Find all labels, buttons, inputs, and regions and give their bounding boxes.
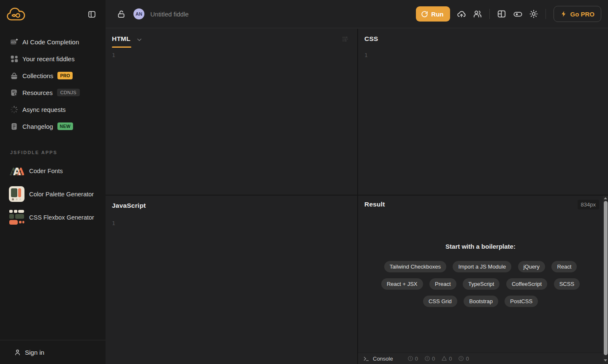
avatar[interactable]: AN	[133, 8, 144, 19]
svg-text:</>: </>	[11, 41, 16, 44]
sign-in-button[interactable]: Sign in	[0, 340, 106, 364]
boilerplate-row: React + JSX Preact TypeScript CoffeeScri…	[358, 278, 603, 290]
css-panel[interactable]: CSS 1	[358, 29, 608, 195]
result-panel: Result 834px Start with a boilerplate: T…	[358, 196, 608, 364]
console-label: Console	[373, 356, 393, 362]
editor-settings-toggle-button[interactable]	[510, 6, 526, 22]
boilerplate-postcss[interactable]: PostCSS	[505, 296, 538, 307]
boilerplate-bootstrap[interactable]: Bootstrap	[464, 296, 498, 307]
nav-item-label: Your recent fiddles	[22, 55, 75, 62]
go-pro-button[interactable]: Go PRO	[554, 6, 601, 22]
run-button[interactable]: Run	[416, 6, 450, 22]
dashboard-grid-icon	[10, 55, 18, 63]
panel-settings-sliders-icon[interactable]	[342, 35, 349, 43]
app-item-coder-fonts[interactable]: A A A Coder Fonts	[0, 159, 106, 182]
save-fiddle-button[interactable]	[453, 6, 470, 22]
svg-text:A: A	[16, 166, 24, 177]
jsfiddle-logo-icon[interactable]	[6, 6, 26, 23]
javascript-panel[interactable]: JavaScript 1	[106, 196, 357, 364]
app-item-label: Coder Fonts	[29, 168, 63, 174]
cloud-upload-icon	[457, 9, 466, 19]
go-pro-label: Go PRO	[570, 11, 594, 18]
boilerplate-css-grid[interactable]: CSS Grid	[423, 296, 457, 307]
person-icon	[14, 349, 21, 356]
boilerplate-row: Tailwind Checkboxes Import a JS Module j…	[358, 261, 603, 272]
boilerplate-block: Start with a boilerplate: Tailwind Check…	[358, 243, 603, 313]
boilerplate-scss[interactable]: SCSS	[554, 278, 580, 290]
unlock-icon	[117, 10, 126, 19]
run-refresh-icon	[421, 11, 428, 18]
console-counters: 0 0 0 0	[407, 356, 469, 362]
resources-icon	[10, 89, 18, 97]
boilerplate-react-jsx[interactable]: React + JSX	[381, 278, 423, 290]
nav-item-label: Resources	[22, 89, 53, 96]
info-count: 0	[432, 356, 435, 362]
scrollbar-up-arrow-icon[interactable]	[604, 197, 607, 199]
error-count: 0	[415, 356, 418, 362]
console-warning-counter[interactable]: 0	[441, 356, 452, 362]
boilerplate-tailwind-checkboxes[interactable]: Tailwind Checkboxes	[384, 261, 446, 272]
html-line-number: 1	[112, 52, 115, 58]
color-palette-icon	[9, 186, 24, 202]
layout-switcher-button[interactable]	[494, 6, 510, 22]
active-tab-indicator	[112, 46, 131, 48]
run-label: Run	[431, 11, 443, 18]
toggle-switch-icon	[513, 9, 523, 19]
sidebar-item-collections[interactable]: Collections PRO	[0, 67, 106, 84]
info-circle-icon	[424, 356, 430, 361]
boilerplate-typescript[interactable]: TypeScript	[463, 278, 499, 290]
sidebar-item-resources[interactable]: Resources CDNJS	[0, 84, 106, 101]
toolbar-divider	[489, 9, 490, 19]
collaborate-button[interactable]	[470, 6, 486, 22]
nav-item-label: Collections	[22, 72, 53, 79]
sidebar-item-ai-code-completion[interactable]: </> AI Code Completion	[0, 33, 106, 50]
ai-code-icon: </>	[10, 38, 18, 46]
console-bar[interactable]: Console 0 0 0	[358, 353, 603, 364]
nav-item-label: Async requests	[22, 106, 66, 113]
result-panel-title: Result	[364, 201, 385, 208]
toolbar-divider	[546, 9, 546, 19]
sidebar-item-async-requests[interactable]: Async requests	[0, 101, 106, 118]
result-scrollbar[interactable]	[603, 196, 608, 364]
sidebar-toggle-button[interactable]	[85, 8, 98, 21]
panel-left-icon	[87, 10, 96, 19]
console-info-counter[interactable]: 0	[424, 356, 435, 362]
privacy-lock-button[interactable]	[113, 6, 129, 22]
terminal-prompt-icon	[363, 356, 369, 362]
boilerplate-coffeescript[interactable]: CoffeeScript	[506, 278, 547, 290]
nav-item-label: AI Code Completion	[22, 38, 79, 46]
boilerplate-import-js-module[interactable]: Import a JS Module	[453, 261, 511, 272]
theme-button[interactable]	[526, 6, 542, 22]
sidebar-item-changelog[interactable]: Changelog NEW	[0, 118, 106, 135]
html-panel[interactable]: HTML 1	[106, 29, 357, 195]
chevron-down-icon[interactable]	[136, 37, 142, 43]
result-height-badge: 834px	[578, 200, 599, 209]
app-item-color-palette-generator[interactable]: Color Palette Generator	[0, 182, 106, 206]
boilerplate-row: CSS Grid Bootstrap PostCSS	[358, 296, 603, 307]
editor-grid: HTML 1 CSS 1 JavaScript 1 Result 834px S…	[106, 29, 608, 364]
boilerplate-react[interactable]: React	[551, 261, 577, 272]
pro-badge: PRO	[57, 72, 73, 79]
app-item-label: CSS Flexbox Generator	[29, 214, 94, 221]
jsfiddle-apps-header: JSFIDDLE APPS	[10, 150, 106, 155]
css-flexbox-icon	[9, 209, 24, 225]
console-error-counter[interactable]: 0	[407, 356, 418, 362]
fiddle-title[interactable]: Untitled fiddle	[150, 11, 189, 18]
users-icon	[473, 9, 482, 19]
console-log-counter[interactable]: 0	[458, 356, 469, 362]
javascript-panel-title[interactable]: JavaScript	[112, 202, 146, 209]
scrollbar-down-arrow-icon[interactable]	[604, 359, 607, 361]
css-panel-title[interactable]: CSS	[364, 35, 378, 43]
boilerplate-heading: Start with a boilerplate:	[358, 243, 603, 250]
javascript-line-number: 1	[112, 220, 115, 226]
warning-triangle-icon	[441, 356, 447, 361]
app-item-css-flexbox-generator[interactable]: CSS Flexbox Generator	[0, 206, 106, 229]
sidebar-item-recent-fiddles[interactable]: Your recent fiddles	[0, 50, 106, 67]
scrollbar-thumb[interactable]	[604, 201, 608, 355]
boilerplate-jquery[interactable]: jQuery	[518, 261, 545, 272]
boilerplate-preact[interactable]: Preact	[429, 278, 456, 290]
app-item-label: Color Palette Generator	[29, 191, 94, 198]
layout-icon	[497, 9, 506, 19]
topbar: AN Untitled fiddle Run	[106, 0, 608, 28]
html-panel-title[interactable]: HTML	[112, 35, 130, 43]
